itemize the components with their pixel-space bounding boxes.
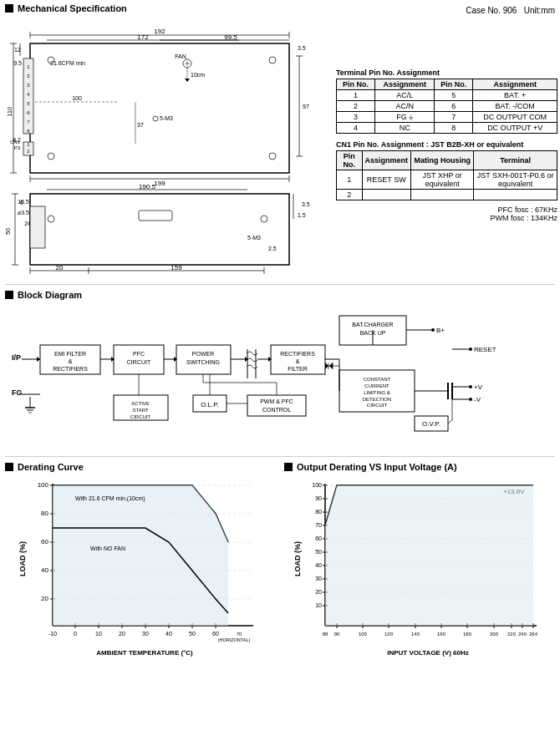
svg-text:20: 20 — [56, 264, 64, 271]
svg-text:LOAD (%): LOAD (%) — [293, 541, 302, 576]
mech-drawing-svg: 192 172 99.5 12 9.5 — [5, 18, 331, 277]
svg-text:INPUT VOLTAGE (V) 60Hz: INPUT VOLTAGE (V) 60Hz — [387, 649, 469, 657]
svg-text:80: 80 — [315, 509, 322, 515]
svg-text:LOAD (%): LOAD (%) — [18, 541, 27, 576]
derating-curve-svg: 100 80 60 40 20 LOAD (%) -10 0 10 20 30 — [5, 475, 276, 667]
svg-text:LIMITING &: LIMITING & — [364, 390, 390, 395]
svg-text:0: 0 — [74, 631, 77, 637]
section-square-icon — [5, 291, 13, 299]
svg-text:O.V.P.: O.V.P. — [422, 420, 440, 428]
svg-text:9.5: 9.5 — [13, 60, 22, 66]
svg-text:ACTIVE: ACTIVE — [131, 401, 150, 406]
svg-text:-V: -V — [474, 396, 481, 403]
table-row: 4 NC 8 DC OUTPUT +V — [337, 123, 557, 134]
svg-text:PWM & PFC: PWM & PFC — [260, 398, 293, 404]
derating-curve-header: Derating Curve — [5, 462, 276, 472]
mech-spec-title: Mechanical Specification — [18, 3, 127, 13]
svg-text:CIRCUIT: CIRCUIT — [127, 359, 151, 365]
table-row: 1 RESET SW JST XHP or equivalent JST SXH… — [337, 170, 557, 190]
svg-text:200: 200 — [490, 632, 499, 637]
svg-point-140 — [469, 385, 472, 388]
unit-label: Unit:mm — [524, 6, 555, 15]
block-diagram-svg: I/P FG EMI FILTER & RECTIFIERS PFC CIRCU… — [5, 303, 555, 449]
svg-text:60: 60 — [315, 535, 322, 541]
svg-text:50: 50 — [189, 631, 196, 637]
cell — [362, 190, 411, 200]
svg-text:60: 60 — [41, 538, 48, 545]
th-cn1-assignment: Assignment — [362, 151, 411, 170]
svg-text:100: 100 — [312, 482, 322, 488]
table-row: 2 AC/N 6 BAT. -/COM — [337, 101, 557, 112]
svg-text:FG: FG — [12, 388, 23, 397]
pfc-note: PFC fosc : 67KHzPWM fosc : 134KHz — [336, 205, 557, 222]
svg-text:CONTROL: CONTROL — [262, 407, 291, 413]
svg-marker-27 — [185, 79, 190, 82]
cell: DC OUTPUT +V — [473, 123, 557, 134]
svg-text:AMBIENT TEMPERATURE (°C): AMBIENT TEMPERATURE (°C) — [96, 649, 193, 657]
svg-text:180: 180 — [463, 632, 472, 637]
svg-text:192: 192 — [154, 28, 165, 35]
svg-text:264: 264 — [529, 632, 538, 637]
svg-rect-71 — [30, 206, 45, 248]
cell: BAT. -/COM — [473, 101, 557, 112]
block-diagram-title: Block Diagram — [18, 290, 82, 300]
cell: NC — [375, 123, 435, 134]
svg-text:172: 172 — [137, 33, 149, 41]
svg-point-48 — [269, 57, 276, 63]
cell: 5 — [435, 90, 473, 101]
th-cn1-terminal: Terminal — [474, 151, 557, 170]
svg-text:20: 20 — [119, 631, 125, 637]
svg-text:RECTIFIERS: RECTIFIERS — [53, 366, 88, 372]
table-row: 2 — [337, 190, 557, 200]
svg-text:&: & — [296, 358, 300, 364]
svg-text:With NO FAN: With NO FAN — [90, 545, 125, 551]
cell: JST SXH-001T-P0.6 or equivalent — [474, 170, 557, 190]
svg-text:50: 50 — [315, 549, 322, 555]
svg-text:5-M3: 5-M3 — [247, 235, 261, 241]
svg-text:10: 10 — [315, 602, 322, 608]
svg-point-69 — [48, 216, 54, 222]
svg-text:88: 88 — [323, 632, 328, 637]
svg-marker-206 — [53, 485, 228, 626]
svg-point-137 — [469, 348, 472, 351]
svg-text:&: & — [69, 358, 73, 364]
svg-text:40: 40 — [41, 566, 48, 574]
svg-point-51 — [153, 116, 158, 121]
th-assignment-1: Assignment — [375, 79, 435, 90]
cell: 2 — [337, 101, 375, 112]
cn1-pin-table: Pin No. Assignment Mating Housing Termin… — [336, 150, 557, 200]
svg-text:CIRCUIT: CIRCUIT — [130, 414, 151, 419]
svg-marker-87 — [37, 357, 40, 362]
svg-text:POWER: POWER — [192, 351, 214, 357]
svg-text:2.5: 2.5 — [268, 246, 277, 251]
cell — [411, 190, 474, 200]
svg-text:20: 20 — [41, 595, 48, 602]
section-square-icon — [284, 463, 293, 471]
cell: FG ⏚ — [375, 112, 435, 123]
cell: 8 — [435, 123, 473, 134]
derating-curve-title: Derating Curve — [18, 462, 84, 472]
svg-text:10cm: 10cm — [191, 72, 205, 78]
svg-rect-77 — [139, 211, 172, 221]
block-diagram-header: Block Diagram — [5, 290, 555, 300]
svg-text:90: 90 — [334, 632, 340, 637]
svg-point-47 — [48, 153, 54, 160]
svg-text:100: 100 — [38, 481, 49, 489]
svg-rect-58 — [30, 194, 289, 265]
svg-text:CONSTANT: CONSTANT — [364, 377, 391, 382]
cell: 7 — [435, 112, 473, 123]
svg-text:190.5: 190.5 — [139, 183, 156, 190]
derating-curve-container: Derating Curve 100 80 60 40 20 LOAD (%) — [5, 462, 276, 669]
terminal-pin-table: Pin No. Assignment Pin No. Assignment 1 … — [336, 79, 557, 134]
svg-text:O.L.P.: O.L.P. — [201, 401, 219, 408]
svg-point-70 — [261, 216, 267, 222]
svg-text:-10: -10 — [48, 631, 57, 637]
table-row: 3 FG ⏚ 7 DC OUTPUT COM — [337, 112, 557, 123]
cell: 1 — [337, 170, 363, 190]
svg-text:30: 30 — [315, 576, 322, 581]
case-unit-info: Case No. 906 Unit:mm — [466, 6, 555, 15]
svg-text:(HORIZONTAL): (HORIZONTAL) — [218, 637, 251, 642]
terminal-table-title: Terminal Pin No. Assignment — [336, 68, 557, 77]
svg-text:199: 199 — [154, 180, 165, 187]
mech-spec-header: Mechanical Specification — [5, 3, 127, 13]
